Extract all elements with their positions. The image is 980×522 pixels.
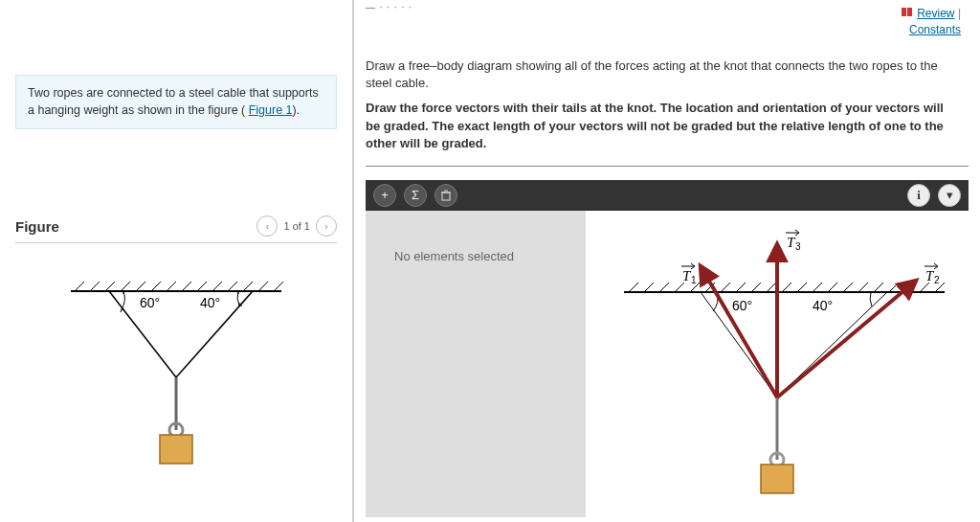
instruction-line2: Draw the force vectors with their tails … — [366, 100, 949, 152]
figure-link[interactable]: Figure 1 — [249, 103, 293, 117]
add-vector-button[interactable]: + — [373, 184, 396, 207]
svg-line-45 — [920, 283, 929, 292]
pager-prev-button[interactable]: ‹ — [256, 216, 278, 237]
svg-line-26 — [629, 283, 638, 292]
svg-line-6 — [151, 282, 161, 291]
problem-text-suffix: ). — [293, 103, 301, 117]
svg-text:3: 3 — [795, 241, 801, 252]
sigma-button[interactable]: Σ — [404, 184, 427, 207]
drawing-workspace: + Σ i ▾ No elements selected — [366, 180, 969, 517]
top-links: Review | Constants — [902, 6, 961, 38]
svg-rect-22 — [442, 193, 450, 200]
drawing-canvas[interactable]: 60° 40° — [586, 211, 969, 517]
svg-line-1 — [75, 282, 84, 291]
svg-line-36 — [782, 283, 791, 292]
figure-pager: ‹ 1 of 1 › — [256, 216, 337, 237]
section-divider — [366, 166, 969, 167]
svg-line-5 — [136, 282, 145, 291]
svg-rect-19 — [160, 435, 192, 464]
trash-icon — [440, 190, 452, 201]
svg-rect-51 — [761, 465, 793, 493]
svg-text:1: 1 — [691, 275, 697, 285]
svg-line-3 — [105, 282, 115, 291]
review-link[interactable]: Review — [917, 7, 954, 20]
svg-line-32 — [721, 283, 730, 292]
svg-line-34 — [751, 283, 761, 292]
drag-handle-icon: — · · · · · — [366, 2, 412, 12]
svg-rect-20 — [902, 8, 906, 16]
svg-line-38 — [813, 283, 822, 292]
svg-line-43 — [889, 283, 899, 292]
svg-line-42 — [874, 283, 883, 292]
angle-left-label: 60° — [140, 295, 160, 310]
dropdown-button[interactable]: ▾ — [938, 184, 961, 207]
svg-line-33 — [736, 283, 746, 292]
svg-line-28 — [659, 283, 669, 292]
svg-line-35 — [767, 283, 776, 292]
svg-line-39 — [828, 283, 837, 292]
pager-next-button[interactable]: › — [316, 216, 337, 237]
vector-t2[interactable] — [777, 281, 916, 397]
flag-icon[interactable] — [902, 6, 913, 22]
svg-line-13 — [258, 282, 268, 291]
fbd-diagram: 60° 40° — [586, 211, 969, 517]
svg-line-27 — [644, 283, 654, 292]
selection-status-panel: No elements selected — [366, 211, 586, 517]
svg-line-10 — [212, 282, 222, 291]
pager-label: 1 of 1 — [283, 220, 310, 232]
workspace-toolbar: + Σ i ▾ — [366, 180, 969, 211]
svg-line-14 — [274, 282, 283, 291]
delete-button[interactable] — [434, 184, 457, 207]
label-t3: T3 — [786, 230, 801, 252]
svg-line-8 — [182, 282, 191, 291]
canvas-angle-right: 40° — [813, 298, 833, 313]
svg-line-12 — [243, 282, 253, 291]
instruction-line1: Draw a free–body diagram showing all of … — [366, 57, 949, 92]
selection-status-text: No elements selected — [394, 249, 570, 263]
canvas-area: No elements selected — [366, 211, 969, 517]
svg-line-41 — [858, 283, 868, 292]
svg-line-2 — [90, 282, 100, 291]
reference-figure: 60° 40° — [52, 262, 301, 473]
canvas-angle-left: 60° — [732, 298, 752, 313]
vector-t1[interactable] — [701, 266, 777, 397]
svg-line-40 — [843, 283, 853, 292]
figure-area: 60° 40° — [15, 262, 337, 473]
figure-header: Figure ‹ 1 of 1 › — [15, 216, 337, 243]
svg-line-4 — [121, 282, 130, 291]
constants-link[interactable]: Constants — [909, 23, 961, 36]
svg-line-37 — [797, 283, 807, 292]
label-t1: T1 — [681, 263, 697, 285]
figure-title: Figure — [15, 218, 59, 235]
angle-right-label: 40° — [200, 295, 220, 310]
instructions: Draw a free–body diagram showing all of … — [366, 57, 969, 152]
info-button[interactable]: i — [907, 184, 930, 207]
svg-line-11 — [228, 282, 237, 291]
problem-statement-box: Two ropes are connected to a steel cable… — [15, 75, 337, 129]
svg-text:2: 2 — [934, 275, 940, 285]
svg-rect-21 — [907, 8, 912, 16]
svg-line-29 — [675, 283, 684, 292]
label-t2: T2 — [924, 263, 940, 285]
svg-line-9 — [197, 282, 207, 291]
chevron-down-icon: ▾ — [947, 188, 953, 202]
svg-line-7 — [167, 282, 176, 291]
